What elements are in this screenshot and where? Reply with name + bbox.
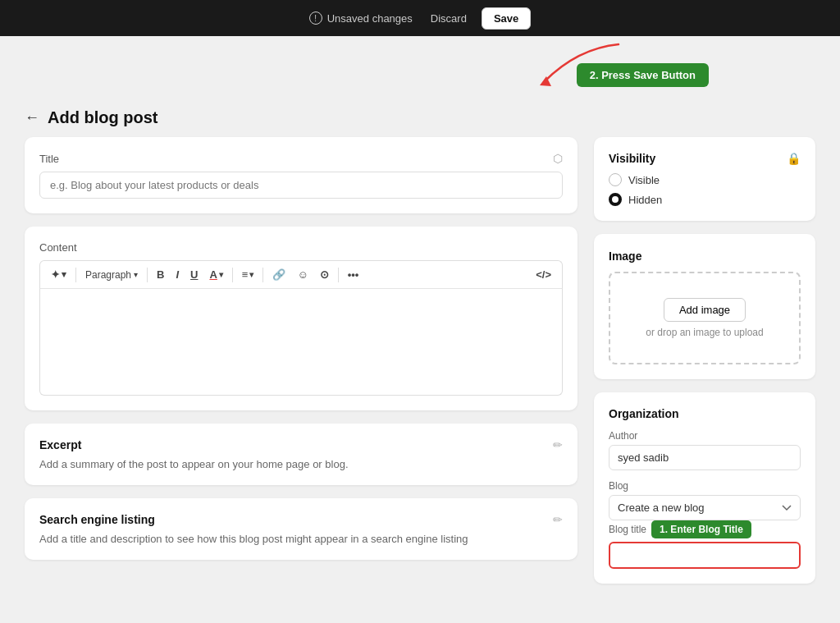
add-image-button[interactable]: Add image [664, 298, 746, 322]
content-label: Content [39, 241, 563, 254]
left-column: Title ⬡ Content ✦ ▾ Paragraph ▾ B I U [25, 137, 578, 584]
chevron-icon: ▾ [134, 270, 138, 279]
toolbar-more-btn[interactable]: ••• [344, 266, 363, 283]
radio-visible [609, 173, 622, 186]
pencil-icon-seo: ✏ [553, 513, 563, 526]
toolbar-code-btn[interactable]: </> [532, 266, 555, 283]
save-button[interactable]: Save [482, 7, 531, 30]
blog-label: Blog [609, 480, 801, 492]
text-color-label: A [209, 268, 217, 281]
blog-title-label: Blog title [609, 524, 646, 535]
visibility-title: Visibility [609, 152, 655, 165]
toolbar-align-btn[interactable]: ≡ ▾ [238, 266, 258, 283]
toolbar-paragraph-dropdown[interactable]: Paragraph ▾ [81, 267, 142, 283]
title-label: Title [39, 153, 59, 165]
toolbar-underline-btn[interactable]: U [186, 266, 202, 283]
editor-body[interactable] [39, 289, 563, 396]
diamond-icon: ⬡ [553, 152, 563, 165]
warning-icon: ! [309, 11, 322, 25]
blog-title-field: Blog title 1. Enter Blog Title [609, 520, 801, 569]
save-annotation-bubble: 2. Press Save Button [577, 63, 709, 87]
radio-hidden [609, 193, 622, 206]
editor-toolbar: ✦ ▾ Paragraph ▾ B I U A ▾ ≡ ▾ [39, 260, 563, 289]
excerpt-title: Excerpt [39, 438, 81, 451]
visibility-hidden[interactable]: Hidden [609, 193, 801, 206]
drop-hint: or drop an image to upload [623, 327, 786, 338]
blog-field: Blog Create a new blog [609, 480, 801, 520]
blog-title-input-wrapper [609, 542, 801, 569]
author-label: Author [609, 430, 801, 442]
toolbar-textcolor-btn[interactable]: A ▾ [205, 266, 226, 283]
seo-card: Search engine listing ✏ Add a title and … [25, 498, 578, 560]
svg-marker-0 [540, 76, 551, 86]
align-label: ≡ [242, 268, 249, 281]
title-card-header: Title ⬡ [39, 152, 563, 165]
visibility-visible[interactable]: Visible [609, 173, 801, 186]
title-input[interactable] [39, 172, 563, 199]
author-field: Author [609, 430, 801, 480]
discard-button[interactable]: Discard [422, 7, 475, 30]
seo-title: Search engine listing [39, 513, 155, 526]
right-column: Visibility 🔒 Visible Hidden Image Add im… [594, 137, 815, 584]
visibility-card: Visibility 🔒 Visible Hidden [594, 137, 815, 221]
visible-label: Visible [628, 174, 660, 186]
author-input[interactable] [609, 445, 801, 470]
toolbar-sep-5 [338, 268, 339, 282]
image-card: Image Add image or drop an image to uplo… [594, 234, 815, 379]
toolbar-emoji-btn[interactable]: ☺ [293, 266, 312, 283]
toolbar-sep-1 [75, 268, 76, 282]
hidden-label: Hidden [628, 194, 662, 206]
top-bar-actions: Discard Save [422, 7, 531, 30]
chevron-icon-color: ▾ [219, 270, 223, 279]
chevron-icon-align: ▾ [249, 270, 253, 279]
blog-title-input[interactable] [609, 542, 801, 569]
content-card: Content ✦ ▾ Paragraph ▾ B I U A ▾ [25, 227, 578, 410]
excerpt-hint: Add a summary of the post to appear on y… [39, 458, 563, 470]
lock-icon: 🔒 [787, 152, 801, 165]
image-drop-zone[interactable]: Add image or drop an image to upload [609, 272, 801, 364]
blog-title-row: Blog title 1. Enter Blog Title [609, 520, 801, 538]
excerpt-card: Excerpt ✏ Add a summary of the post to a… [25, 424, 578, 485]
toolbar-link-btn[interactable]: 🔗 [268, 266, 290, 283]
toolbar-sep-2 [147, 268, 148, 282]
unsaved-label-text: Unsaved changes [327, 12, 413, 25]
page-header: ← Add blog post [0, 94, 840, 137]
toolbar-sep-3 [232, 268, 233, 282]
visibility-header: Visibility 🔒 [609, 152, 801, 165]
top-bar: ! Unsaved changes Discard Save [0, 0, 840, 36]
blog-select[interactable]: Create a new blog [609, 495, 801, 520]
image-title: Image [609, 250, 641, 263]
toolbar-magic-btn[interactable]: ✦ ▾ [47, 266, 71, 283]
toolbar-sep-4 [262, 268, 263, 282]
annotation-area: 2. Press Save Button [0, 36, 840, 94]
seo-hint: Add a title and description to see how t… [39, 533, 563, 545]
pencil-icon-excerpt: ✏ [553, 438, 563, 451]
title-card: Title ⬡ [25, 137, 578, 213]
unsaved-status: ! Unsaved changes [309, 11, 413, 25]
toolbar-italic-btn[interactable]: I [171, 266, 183, 283]
back-button[interactable]: ← [25, 109, 39, 126]
toolbar-bold-btn[interactable]: B [153, 266, 168, 283]
organization-card: Organization Author Blog Create a new bl… [594, 392, 815, 584]
paragraph-label: Paragraph [85, 269, 131, 281]
excerpt-card-header: Excerpt ✏ [39, 438, 563, 451]
visibility-options: Visible Hidden [609, 173, 801, 206]
blog-title-annotation: 1. Enter Blog Title [651, 520, 751, 538]
main-content: Title ⬡ Content ✦ ▾ Paragraph ▾ B I U [0, 137, 840, 608]
organization-title: Organization [609, 407, 801, 420]
page-title: Add blog post [48, 108, 158, 127]
toolbar-embed-btn[interactable]: ⊙ [316, 266, 333, 283]
seo-card-header: Search engine listing ✏ [39, 513, 563, 526]
